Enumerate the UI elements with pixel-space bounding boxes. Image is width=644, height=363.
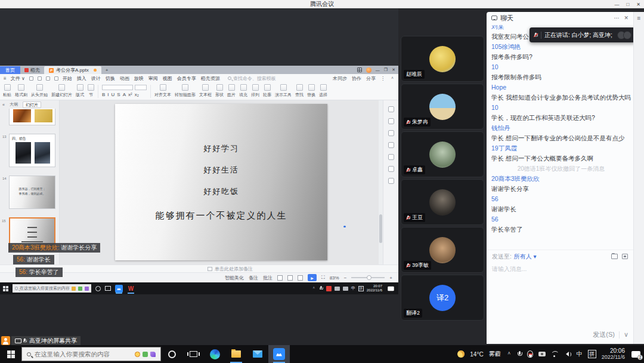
chat-message-list[interactable]: 刘某 我室友问考公 105徐鸿艳 报考条件多吗? 10 报考限制条件多吗 [491,25,631,248]
menu-tab[interactable]: 会员专享 [177,75,196,82]
camera-icon[interactable] [335,287,340,291]
close-button[interactable]: ✕ [636,2,640,7]
participant-tile[interactable]: 译2 翻译2 [401,275,484,321]
language-indicator[interactable]: 中 [351,285,355,291]
menu-tab[interactable]: 视图 [163,75,172,82]
presenter-icon[interactable] [1,336,10,345]
chat-history-icon[interactable] [611,254,618,259]
ribbon-button[interactable]: 替换 [307,84,315,98]
menu-tab[interactable]: 稻壳资源 [201,75,220,82]
zoom-in-button[interactable]: + [389,275,392,281]
speaker-icon[interactable] [564,352,571,356]
ribbon-button[interactable]: 形状 [215,84,224,98]
print-icon[interactable] [38,76,42,81]
reading-view-icon[interactable] [298,275,303,281]
participant-tile[interactable]: 赵唯辰 [401,36,484,82]
font-name-select[interactable] [102,85,133,90]
undo-icon[interactable] [46,76,50,81]
tab-outline[interactable]: 大纲 [8,101,20,107]
taskbar-search-input[interactable] [35,350,118,358]
current-slide[interactable]: 好好学习好好生活好好吃饭能够拥有一个不被定义的人生 [115,104,327,260]
share-button[interactable]: 分享 [366,75,376,82]
ime-indicator[interactable]: 拼 [358,286,364,291]
notification-icon[interactable] [388,286,394,291]
wps-app-icon[interactable]: W [127,285,135,293]
display-icon[interactable] [343,287,348,291]
record-indicator-icon[interactable] [326,286,332,291]
fit-screen-icon[interactable]: ⛶ [321,275,325,281]
sorter-view-icon[interactable] [287,275,293,281]
task-view-button[interactable] [182,345,204,363]
ribbon-button[interactable]: 轮廓 [263,84,271,98]
cortana-button[interactable] [161,345,182,363]
slide-thumb-14[interactable]: 14 路虽远，行则将至；事虽难，做则必成。 [9,176,55,209]
wps-tab-home[interactable]: 首页 [0,66,20,74]
weather-icon[interactable] [457,350,465,358]
font-style-button[interactable]: x₂ [135,92,139,97]
ribbon-button[interactable]: 新建幻灯片 [51,84,72,98]
cortana-icon[interactable] [95,286,101,291]
ribbon-button[interactable]: 填充 [239,84,247,98]
ribbon-button[interactable]: 版式 [76,84,84,98]
minimize-button[interactable]: — [614,2,619,7]
ribbon-button[interactable]: 转智能图形 [175,84,196,98]
send-target-select[interactable]: 所有人 ▾ [514,253,537,261]
edge-button[interactable] [204,345,225,363]
send-button[interactable]: 发送(S) [593,330,615,339]
menu-tab[interactable]: 开始 [63,75,72,82]
participant-tile[interactable]: 朱梦冉 [401,84,484,130]
font-style-button[interactable]: B [102,92,105,97]
save-icon[interactable] [29,76,33,81]
ribbon-button[interactable]: 选择 [319,84,327,98]
hamburger-icon[interactable]: ≡ [4,76,7,81]
menu-tab[interactable]: 动画 [120,75,129,82]
ribbon-button[interactable]: 从头开始 [31,84,48,98]
weather-condition[interactable]: 雾霾 [489,350,501,358]
canvas-scrollbar[interactable] [379,100,383,264]
language-indicator[interactable]: 中 [577,350,583,358]
ime-indicator[interactable]: 拼 [588,350,596,358]
chat-more-button[interactable]: ⋯ [614,15,619,21]
file-menu[interactable]: 文件 ∨ [11,75,25,82]
weather-temp[interactable]: 14°C [470,351,483,358]
transition-icon[interactable] [388,142,394,148]
ribbon-button[interactable]: 格式刷 [15,84,27,98]
ribbon-button[interactable]: 排列 [251,84,259,98]
panel-collapse-button[interactable]: « [2,103,5,107]
tray-expand-icon[interactable]: ＾ [506,350,512,358]
font-style-button[interactable]: x² [128,92,132,97]
maximize-button[interactable]: □ [626,2,629,7]
menu-tab[interactable]: 审阅 [148,75,158,82]
menu-tab[interactable]: 放映 [134,75,144,82]
animation-icon[interactable] [388,118,394,124]
cooperate-button[interactable]: 协作 [352,75,361,82]
font-style-button[interactable]: S [117,92,120,97]
mail-button[interactable] [247,345,268,363]
meeting-app-icon[interactable] [115,285,123,293]
redo-icon[interactable] [54,76,58,81]
shared-start-button[interactable] [3,286,8,291]
command-search[interactable]: 查找命令、搜索模板 [228,75,276,82]
note-toggle[interactable]: 备注 [249,275,258,281]
ribbon-button[interactable]: 演示工具 [275,84,292,98]
media-icon[interactable] [388,154,394,160]
new-tab-button[interactable]: + [101,66,113,74]
ribbon-button[interactable]: 粘贴 [3,84,11,98]
file-explorer-button[interactable] [225,345,247,363]
chat-close-button[interactable]: ✕ [624,15,628,21]
ribbon-button[interactable]: 节 [88,84,94,98]
participant-tile[interactable]: 卓鑫 [401,131,484,177]
help-icon[interactable] [388,166,394,172]
properties-icon[interactable] [388,106,394,112]
notification-icon[interactable]: 1 [631,351,640,358]
slide-thumb-12[interactable] [9,109,55,125]
book-icon[interactable] [388,178,394,184]
panel-menu-icon[interactable]: ≡ [637,15,641,344]
zoom-out-button[interactable]: − [344,275,347,281]
slideshow-play-button[interactable]: ▶ [308,274,317,281]
mic-tray-icon[interactable] [319,286,323,291]
menu-tab[interactable]: 切换 [106,75,115,82]
wifi-icon[interactable] [551,351,558,357]
tencent-meeting-button[interactable] [268,345,290,363]
start-button[interactable] [0,345,21,363]
